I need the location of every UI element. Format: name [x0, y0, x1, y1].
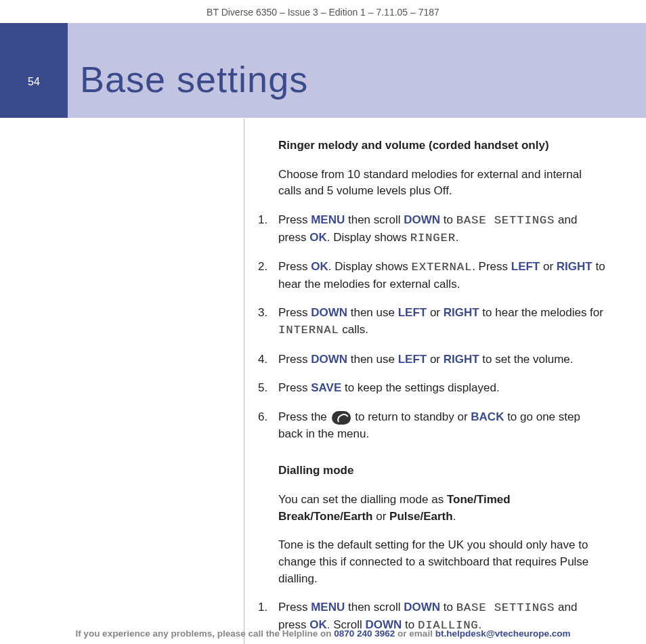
step-number: 4.: [258, 351, 267, 368]
step-item: 2. Press OK. Display shows EXTERNAL. Pre…: [278, 259, 606, 293]
key-label: BACK: [471, 410, 504, 423]
footer-phone: 0870 240 3962: [334, 628, 395, 639]
intro-text: or: [373, 510, 390, 523]
footer-text: or email: [395, 628, 435, 639]
step-text: Press the: [278, 410, 330, 423]
step-item: 1. Press MENU then scroll DOWN to BASE S…: [278, 212, 606, 246]
page-number-block: 54: [0, 23, 68, 118]
step-text: to keep the settings displayed.: [341, 381, 499, 394]
step-item: 6. Press the to return to standby or BAC…: [278, 409, 606, 442]
key-label: RIGHT: [557, 260, 593, 273]
lcd-text: BASE SETTINGS: [456, 601, 555, 614]
key-label: DOWN: [404, 601, 440, 614]
key-label: RIGHT: [444, 353, 479, 366]
step-item: 3. Press DOWN then use LEFT or RIGHT to …: [278, 305, 606, 339]
step-text: Press: [278, 306, 311, 319]
lcd-text: RINGER: [410, 232, 456, 244]
step-text: Press: [278, 213, 311, 226]
step-text: to set the volume.: [479, 353, 574, 366]
step-text: then use: [347, 353, 398, 366]
main-content: Ringer melody and volume (corded handset…: [244, 119, 620, 644]
footer-text: If you experience any problems, please c…: [75, 628, 334, 639]
step-text: or: [540, 260, 557, 273]
key-label: OK: [309, 231, 327, 244]
section-intro-ringer: Choose from 10 standard melodies for ext…: [278, 167, 606, 200]
section-heading-ringer: Ringer melody and volume (corded handset…: [278, 137, 606, 154]
page-number: 54: [0, 76, 68, 88]
intro-text: You can set the dialling mode as: [278, 493, 447, 506]
lcd-text: INTERNAL: [278, 324, 339, 337]
steps-list-ringer: 1. Press MENU then scroll DOWN to BASE S…: [278, 212, 606, 442]
doc-header: BT Diverse 6350 – Issue 3 – Edition 1 – …: [0, 0, 646, 23]
key-label: DOWN: [311, 353, 347, 366]
intro-bold: Pulse/Earth: [389, 510, 453, 523]
key-label: SAVE: [311, 381, 341, 394]
key-label: MENU: [311, 601, 345, 614]
footer: If you experience any problems, please c…: [0, 628, 646, 639]
step-item: 5. Press SAVE to keep the settings displ…: [278, 380, 606, 397]
step-text: to return to standby or: [352, 410, 471, 423]
step-number: 6.: [258, 409, 267, 426]
step-text: Press: [278, 260, 311, 273]
lcd-text: BASE SETTINGS: [456, 214, 555, 227]
step-text: . Press: [472, 260, 511, 273]
step-item: 4. Press DOWN then use LEFT or RIGHT to …: [278, 351, 606, 368]
phone-icon: [332, 411, 351, 425]
step-number: 3.: [258, 305, 267, 322]
step-text: . Display shows: [327, 231, 410, 244]
step-text: or: [427, 306, 444, 319]
key-label: MENU: [311, 213, 345, 226]
step-text: . Display shows: [328, 260, 412, 273]
step-number: 5.: [258, 380, 267, 397]
step-text: Press: [278, 381, 311, 394]
step-number: 1.: [258, 599, 267, 616]
key-label: LEFT: [398, 353, 427, 366]
step-text: to: [440, 601, 456, 614]
step-number: 1.: [258, 212, 267, 229]
key-label: OK: [311, 260, 328, 273]
step-text: calls.: [339, 323, 368, 336]
lcd-text: EXTERNAL: [412, 261, 473, 274]
step-text: or: [427, 353, 444, 366]
key-label: DOWN: [311, 306, 347, 319]
step-text: then use: [347, 306, 398, 319]
key-label: RIGHT: [444, 306, 479, 319]
step-text: to: [440, 213, 456, 226]
step-text: Press: [278, 353, 311, 366]
section-intro-dialling-2: Tone is the default setting for the UK y…: [278, 537, 606, 587]
footer-email: bt.helpdesk@vtecheurope.com: [435, 628, 571, 639]
step-text: .: [456, 231, 459, 244]
step-text: then scroll: [345, 213, 404, 226]
step-text: Press: [278, 601, 311, 614]
step-number: 2.: [258, 259, 267, 276]
section-intro-dialling-1: You can set the dialling mode as Tone/Ti…: [278, 492, 606, 525]
key-label: LEFT: [398, 306, 427, 319]
step-text: then scroll: [345, 601, 404, 614]
intro-text: .: [453, 510, 456, 523]
key-label: LEFT: [511, 260, 540, 273]
section-heading-dialling: Dialling mode: [278, 463, 606, 479]
step-text: to hear the melodies for: [479, 306, 603, 319]
title-band: 54 Base settings: [0, 23, 646, 118]
page-title: Base settings: [80, 58, 308, 100]
key-label: DOWN: [404, 213, 440, 226]
